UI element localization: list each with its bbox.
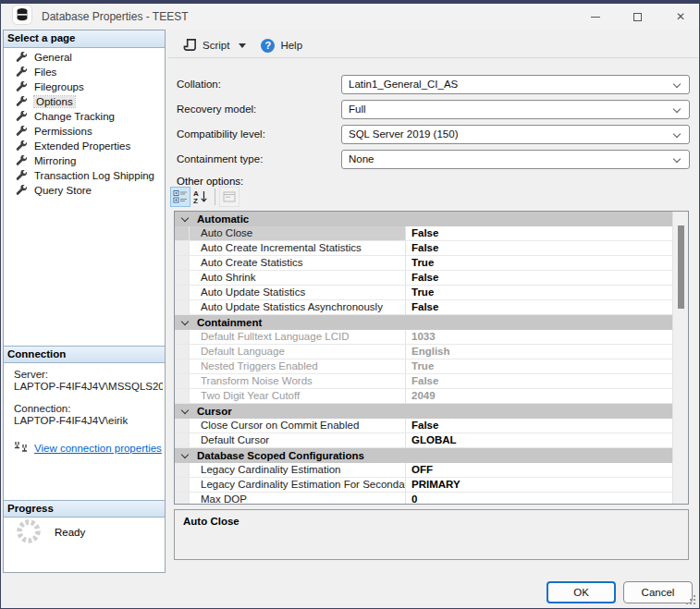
sidebar-item-label: Mirroring <box>34 155 76 166</box>
collation-label: Collation: <box>177 79 221 90</box>
toolbar-separator <box>215 189 215 205</box>
sidebar: Select a page General Files Filegroups O… <box>3 30 166 573</box>
row-margin <box>175 463 190 477</box>
property-value[interactable]: False <box>406 241 672 255</box>
close-button[interactable]: ✕ <box>662 6 699 28</box>
property-value[interactable]: OFF <box>406 463 672 477</box>
grid-row-auto-close[interactable]: Auto CloseFalse <box>175 226 672 241</box>
categorized-button[interactable] <box>170 187 190 207</box>
view-connection-properties-link[interactable]: View connection properties <box>34 443 162 455</box>
connection-value: LAPTOP-F4IF4J4V\eirik <box>14 415 163 427</box>
property-value[interactable]: True <box>406 359 672 373</box>
minimize-button[interactable] <box>577 6 614 28</box>
recovery-model-value: Full <box>349 104 366 115</box>
recovery-model-select[interactable]: Full <box>341 100 690 119</box>
grid-row-auto-update-statistics[interactable]: Auto Update StatisticsTrue <box>175 286 672 300</box>
property-value[interactable]: English <box>406 345 672 359</box>
progress-status: Ready <box>55 527 85 538</box>
property-name: Close Cursor on Commit Enabled <box>190 419 406 432</box>
grid-row-legacy-cardinality-estimation[interactable]: Legacy Cardinality EstimationOFF <box>175 463 672 478</box>
maximize-icon <box>633 13 642 21</box>
property-value[interactable]: False <box>406 271 672 285</box>
grid-row-auto-update-statistics-asynchronously[interactable]: Auto Update Statistics AsynchronouslyFal… <box>175 300 672 315</box>
row-margin <box>175 256 190 270</box>
property-value[interactable]: 0 <box>406 493 672 505</box>
grid-row-two-digit-year-cutoff[interactable]: Two Digit Year Cutoff2049 <box>175 389 672 404</box>
grid-row-default-fulltext-language-lcid[interactable]: Default Fulltext Language LCID1033 <box>175 330 672 345</box>
collapse-chevron-icon[interactable] <box>181 407 189 414</box>
property-value[interactable]: GLOBAL <box>406 433 672 447</box>
sidebar-item-extended-properties[interactable]: Extended Properties <box>4 139 165 153</box>
connection-header: Connection <box>4 346 165 363</box>
property-name: Legacy Cardinality Estimation For Second… <box>190 478 406 492</box>
wrench-icon <box>16 155 28 167</box>
close-icon: ✕ <box>676 10 685 23</box>
server-value: LAPTOP-F4IF4J4V\MSSQLS2019 <box>14 381 163 393</box>
collation-select[interactable]: Latin1_General_CI_AS <box>341 75 690 94</box>
resize-grip[interactable] <box>685 594 695 604</box>
grid-row-auto-shrink[interactable]: Auto ShrinkFalse <box>175 271 672 286</box>
property-value[interactable]: False <box>406 226 672 240</box>
grid-scrollbar[interactable] <box>672 212 688 504</box>
sidebar-item-mirroring[interactable]: Mirroring <box>4 153 165 168</box>
sidebar-item-options[interactable]: Options <box>4 94 165 109</box>
sidebar-item-filegroups[interactable]: Filegroups <box>4 79 165 94</box>
grid-scrollbar-thumb[interactable] <box>678 225 684 309</box>
property-value[interactable]: True <box>406 256 672 270</box>
sidebar-item-label: Transaction Log Shipping <box>34 170 154 181</box>
grid-row-legacy-cardinality-estimation-for-secondary[interactable]: Legacy Cardinality Estimation For Second… <box>175 478 672 493</box>
property-value[interactable]: PRIMARY <box>406 478 672 492</box>
grid-row-default-language[interactable]: Default LanguageEnglish <box>175 345 672 359</box>
grid-row-auto-create-incremental-statistics[interactable]: Auto Create Incremental StatisticsFalse <box>175 241 672 256</box>
grid-row-max-dop[interactable]: Max DOP0 <box>175 493 672 505</box>
sidebar-item-query-store[interactable]: Query Store <box>4 183 165 198</box>
grid-row-close-cursor-on-commit-enabled[interactable]: Close Cursor on Commit EnabledFalse <box>175 419 672 433</box>
row-margin <box>175 226 190 240</box>
wrench-icon <box>16 140 28 152</box>
grid-row-transform-noise-words[interactable]: Transform Noise WordsFalse <box>175 374 672 389</box>
database-properties-dialog: Database Properties - TEEST ✕ Select a p… <box>0 0 700 609</box>
alphabetical-sort-button[interactable]: A Z <box>190 187 211 207</box>
row-margin <box>175 389 190 403</box>
wrench-icon <box>16 67 28 79</box>
property-value[interactable]: 2049 <box>406 389 672 403</box>
collapse-chevron-icon[interactable] <box>181 451 189 458</box>
grid-row-default-cursor[interactable]: Default CursorGLOBAL <box>175 433 672 448</box>
sidebar-item-change-tracking[interactable]: Change Tracking <box>4 109 165 124</box>
property-value[interactable]: True <box>406 286 672 299</box>
sidebar-item-label: Filegroups <box>34 81 84 92</box>
property-name: Transform Noise Words <box>190 374 406 388</box>
connection-label: Connection: <box>14 403 163 415</box>
ok-button[interactable]: OK <box>546 581 616 603</box>
row-margin <box>175 478 190 492</box>
grid-row-nested-triggers-enabled[interactable]: Nested Triggers EnabledTrue <box>175 359 672 374</box>
grid-row-auto-create-statistics[interactable]: Auto Create StatisticsTrue <box>175 256 672 271</box>
property-name: Auto Update Statistics <box>190 286 406 299</box>
property-value[interactable]: False <box>406 300 672 314</box>
property-value[interactable]: False <box>406 374 672 388</box>
collapse-chevron-icon[interactable] <box>181 318 189 325</box>
sidebar-item-permissions[interactable]: Permissions <box>4 124 165 139</box>
script-dropdown-arrow-icon[interactable] <box>239 43 246 48</box>
grid-category-cursor[interactable]: Cursor <box>175 404 672 419</box>
database-icon <box>12 5 32 29</box>
sidebar-item-label: General <box>34 52 72 63</box>
collapse-chevron-icon[interactable] <box>181 214 189 222</box>
script-button[interactable]: Script <box>178 35 252 56</box>
sidebar-item-files[interactable]: Files <box>4 65 165 79</box>
sidebar-item-transaction-log-shipping[interactable]: Transaction Log Shipping <box>4 168 165 183</box>
maximize-button[interactable] <box>619 6 656 28</box>
sidebar-item-general[interactable]: General <box>4 50 165 65</box>
help-button[interactable]: ? Help <box>255 36 308 55</box>
category-label: Containment <box>197 317 262 328</box>
containment-type-select[interactable]: None <box>341 150 690 169</box>
compatibility-level-select[interactable]: SQL Server 2019 (150) <box>341 125 690 144</box>
grid-category-containment[interactable]: Containment <box>175 315 672 330</box>
grid-category-automatic[interactable]: Automatic <box>175 212 672 226</box>
property-value[interactable]: False <box>406 419 672 432</box>
chevron-down-icon <box>673 105 681 113</box>
property-value[interactable]: 1033 <box>406 330 672 344</box>
grid-category-database-scoped-configurations[interactable]: Database Scoped Configurations <box>175 448 672 463</box>
cancel-button[interactable]: Cancel <box>623 581 693 603</box>
category-label: Automatic <box>197 213 249 225</box>
